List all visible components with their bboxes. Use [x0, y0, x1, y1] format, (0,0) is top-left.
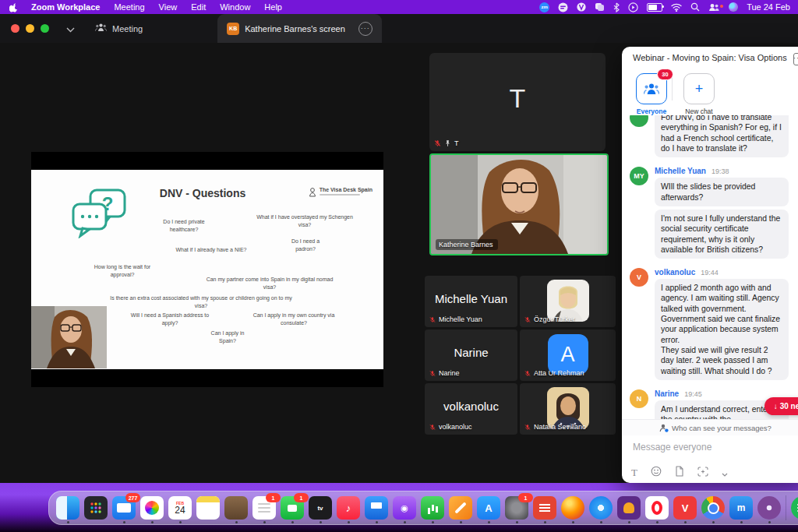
- dock-safari[interactable]: [589, 496, 613, 520]
- chevron-down-icon[interactable]: [66, 22, 75, 36]
- privacy-person-icon: [659, 424, 669, 432]
- spotlight-search-icon[interactable]: [690, 2, 700, 12]
- dock-reminders[interactable]: 1: [252, 496, 276, 520]
- tile-name-label: Natalia Sevillano: [534, 423, 586, 431]
- chevron-down-icon[interactable]: [722, 466, 728, 480]
- tab-screen-label: Katherine Barnes's screen: [245, 24, 345, 33]
- menu-window[interactable]: Window: [213, 0, 257, 14]
- dock-tor-browser[interactable]: [757, 496, 781, 520]
- dock-tasks-app[interactable]: [533, 496, 556, 520]
- slide-question: How long is the wait for approval?: [56, 263, 189, 279]
- menu-meeting[interactable]: Meeting: [107, 0, 151, 14]
- format-text-icon[interactable]: T: [631, 467, 637, 479]
- mic-muted-icon: [524, 424, 531, 431]
- avatar: MY: [630, 167, 648, 185]
- sender-name[interactable]: volkanoluc: [655, 268, 695, 277]
- vivaldi-glyph: V: [682, 502, 689, 514]
- calendar-day: 24: [175, 506, 185, 516]
- logo-mark-icon: [308, 187, 317, 198]
- expressvpn-menubar-icon[interactable]: [558, 2, 568, 12]
- unread-badge: 30: [657, 69, 673, 80]
- avatar: V: [630, 268, 648, 287]
- dock-keynote[interactable]: [365, 496, 388, 520]
- dock-spotify[interactable]: [791, 496, 798, 520]
- video-tile-natalia[interactable]: Natalia Sevillano: [520, 383, 616, 435]
- video-tile-volkanoluc[interactable]: volkanoluc volkanoluc: [425, 383, 517, 435]
- chat-bubble[interactable]: I'm not sure I fully understand the soci…: [655, 210, 789, 259]
- zoom-window-button[interactable]: [41, 24, 49, 33]
- dock-firefox[interactable]: [561, 496, 584, 520]
- sender-name[interactable]: Narine: [655, 389, 679, 398]
- emoji-icon[interactable]: [651, 466, 662, 480]
- tab-everyone[interactable]: 30 Everyone: [633, 73, 670, 115]
- chat-bubble[interactable]: For DNV, do I have to translate everythi…: [655, 115, 789, 157]
- mic-muted-icon: [524, 316, 531, 323]
- participant-grid: Michelle Yuan Michelle Yuan Özgür Türker…: [425, 276, 616, 439]
- chat-message-list[interactable]: For DNV, do I have to translate everythi…: [622, 115, 798, 419]
- v-app-menubar-icon[interactable]: [577, 2, 586, 12]
- siri-icon[interactable]: [729, 2, 738, 12]
- slide-question: Can my partner come into Spain in my dig…: [188, 276, 351, 291]
- dock-maxthon[interactable]: m: [729, 496, 753, 520]
- menu-edit[interactable]: Edit: [184, 0, 213, 14]
- tile-name-label: Michelle Yuan: [439, 315, 482, 323]
- tab-meeting[interactable]: Meeting: [95, 23, 143, 33]
- battery-icon[interactable]: [647, 3, 662, 12]
- menu-help[interactable]: Help: [257, 0, 289, 14]
- dock-notes[interactable]: [196, 496, 220, 520]
- tab-katherine-screen[interactable]: KB Katherine Barnes's screen ···: [217, 14, 382, 43]
- new-messages-button[interactable]: ↓ 30 new: [764, 397, 798, 415]
- presenter-video: [31, 306, 107, 368]
- playback-menubar-icon[interactable]: [628, 2, 638, 12]
- dock-finder[interactable]: [56, 496, 79, 520]
- dock-shield-browser[interactable]: [617, 496, 641, 520]
- user-switch-icon[interactable]: [708, 2, 720, 12]
- dock-photo-booth[interactable]: [224, 496, 248, 520]
- video-tile-katherine[interactable]: Katherine Barnes: [429, 153, 609, 255]
- privacy-row[interactable]: Who can see your messages?: [622, 419, 798, 435]
- chat-bubble[interactable]: WIll the slides be provided afterwards?: [655, 178, 789, 206]
- message-input[interactable]: [631, 441, 798, 453]
- dock-facetime[interactable]: 1: [281, 496, 304, 520]
- dock-photos[interactable]: [140, 496, 164, 520]
- sender-name[interactable]: Michelle Yuan: [655, 167, 706, 175]
- video-tile-t[interactable]: T T: [429, 53, 606, 151]
- dock-launchpad[interactable]: [84, 496, 108, 520]
- attach-file-icon[interactable]: [675, 466, 684, 480]
- dock-settings-app[interactable]: 1: [505, 496, 528, 520]
- video-tile-atta[interactable]: A Atta Ur Rehman: [520, 329, 616, 381]
- dock-opera[interactable]: [645, 496, 669, 520]
- menubar-clock[interactable]: Tue 24 Feb: [747, 2, 790, 12]
- menu-app-name[interactable]: Zoom Workplace: [24, 0, 107, 14]
- dock-app-store[interactable]: A: [477, 496, 500, 520]
- dock-mail[interactable]: 277: [112, 496, 136, 520]
- bluetooth-menubar-icon[interactable]: [613, 2, 620, 12]
- wifi-icon[interactable]: [671, 2, 682, 12]
- dock-vivaldi[interactable]: V: [673, 496, 697, 520]
- everyone-people-icon: [644, 83, 659, 95]
- dock-chart-app[interactable]: [421, 496, 444, 520]
- screenshot-icon[interactable]: [697, 466, 708, 480]
- message-time: 19:44: [701, 269, 719, 277]
- new-chat-button[interactable]: + New chat: [680, 73, 718, 115]
- apple-menu-icon[interactable]: [9, 2, 18, 12]
- dock-draw-app[interactable]: [449, 496, 472, 520]
- stack-menubar-icon[interactable]: [595, 2, 605, 12]
- dock-podcasts[interactable]: ◉: [393, 496, 416, 520]
- dock-calendar[interactable]: FEB24: [168, 496, 192, 520]
- zoom-menubar-icon[interactable]: zm: [539, 2, 549, 12]
- video-tile-ozgur[interactable]: Özgür Türker: [520, 276, 616, 327]
- tab-options-icon[interactable]: ···: [358, 22, 373, 36]
- menu-view[interactable]: View: [152, 0, 185, 14]
- dock-apple-tv[interactable]: tv: [309, 496, 332, 520]
- minimize-window-button[interactable]: [26, 24, 34, 33]
- badge: 1: [518, 493, 533, 502]
- chat-bubble[interactable]: I applied 2 month ago with and agency. I…: [655, 279, 789, 380]
- close-window-button[interactable]: [11, 24, 19, 33]
- video-tile-michelle[interactable]: Michelle Yuan Michelle Yuan: [425, 276, 517, 327]
- dock-chrome[interactable]: [701, 496, 725, 520]
- video-tile-narine[interactable]: Narine Narine: [425, 329, 517, 381]
- dock-music[interactable]: ♪: [337, 496, 360, 520]
- tile-name-label: T: [454, 139, 459, 147]
- popout-icon[interactable]: [793, 53, 798, 65]
